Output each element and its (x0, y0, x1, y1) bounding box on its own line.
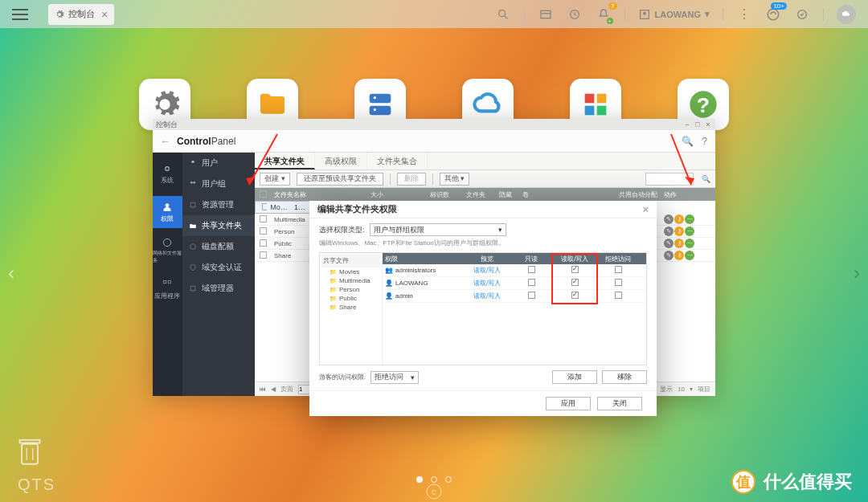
open-tab-control-panel[interactable]: 控制台 × (48, 4, 114, 25)
perm-deny-checkbox[interactable] (615, 279, 622, 286)
search-icon[interactable] (495, 6, 511, 22)
tree-node[interactable]: Multimedia (321, 276, 380, 285)
window-maximize-icon[interactable]: □ (694, 120, 702, 129)
apply-button[interactable]: 应用 (546, 397, 591, 410)
perm-deny-checkbox[interactable] (615, 292, 622, 299)
edit-icon[interactable]: ✎ (664, 227, 674, 236)
perm-icon[interactable]: ⚷ (674, 251, 684, 260)
subnav-resources[interactable]: 资源管理 (182, 194, 255, 215)
edit-permissions-modal: 编辑共享文件夹权限 × 选择权限类型: 用户与群组权限▾ 编辑Windows、M… (309, 201, 657, 416)
perm-rw-checkbox[interactable] (571, 266, 579, 273)
user-menu[interactable]: LAOWANG ▾ (638, 8, 710, 21)
svg-point-19 (166, 166, 170, 170)
perm-ro-checkbox[interactable] (528, 279, 535, 286)
globe-icon (162, 237, 173, 248)
tab-close-icon[interactable]: × (101, 8, 108, 21)
svg-rect-9 (370, 94, 391, 104)
perm-ro-checkbox[interactable] (528, 266, 535, 273)
add-button[interactable]: 添加 (552, 370, 597, 384)
perm-deny-checkbox[interactable] (615, 266, 622, 273)
modal-close-icon[interactable]: × (642, 203, 649, 215)
perm-icon[interactable]: ⚷ (674, 239, 684, 248)
window-close-icon[interactable]: × (704, 120, 712, 129)
svg-rect-37 (20, 440, 40, 443)
svg-rect-2 (541, 10, 551, 18)
modal-header: 编辑共享文件夹权限 × (309, 201, 657, 218)
main-menu-icon[interactable] (12, 9, 28, 20)
notifications-icon[interactable]: 7+ (596, 6, 612, 22)
perm-ro-checkbox[interactable] (528, 292, 535, 299)
window-minimize-icon[interactable]: − (683, 120, 691, 129)
search-icon[interactable]: 🔍 (702, 175, 710, 183)
desktop-next[interactable]: › (845, 251, 868, 296)
tab-folder-aggregation[interactable]: 文件夹集合 (367, 153, 428, 169)
sidebar-apps[interactable]: 应用程序 (153, 273, 182, 305)
sidebar-network[interactable]: 网络和文件服务 (153, 235, 182, 267)
edit-icon[interactable]: ✎ (664, 251, 674, 260)
subnav-quota[interactable]: 磁盘配额 (182, 236, 255, 257)
restore-button[interactable]: 还原至预设共享文件夹 (297, 173, 383, 186)
more-icon[interactable]: ⋯ (685, 227, 694, 236)
subnav-groups[interactable]: 用户组 (182, 173, 255, 194)
back-icon[interactable]: ← (161, 136, 170, 147)
folder-search-input[interactable] (645, 173, 694, 186)
tree-node[interactable]: Movies (321, 267, 380, 276)
gear-icon (162, 163, 173, 174)
gear-icon (149, 88, 181, 120)
subnav-users[interactable]: 用户 (182, 153, 255, 173)
create-dropdown[interactable]: 创建 ▾ (260, 173, 290, 186)
perm-icon[interactable]: ⚷ (674, 214, 684, 224)
more-icon[interactable]: ⋯ (685, 239, 694, 248)
edit-icon[interactable]: ✎ (664, 214, 674, 224)
guest-access-select[interactable]: 拒绝访问▾ (371, 371, 419, 384)
perm-icon[interactable]: ⚷ (674, 227, 684, 236)
sidebar-system[interactable]: 系统 (153, 157, 182, 190)
toolbar: 创建 ▾ 还原至预设共享文件夹 删除 其他 ▾ 🔍 (255, 170, 715, 188)
brand-logo-icon: 值 (731, 470, 755, 494)
subnav-domain-security[interactable]: 域安全认证 (182, 257, 255, 278)
perm-row[interactable]: 👥 administrators 读取/写入 (383, 264, 646, 277)
trash-icon[interactable] (18, 437, 42, 466)
perm-rw-checkbox[interactable] (571, 292, 579, 299)
tab-advanced-perms[interactable]: 高级权限 (315, 153, 367, 169)
perm-type-select[interactable]: 用户与群组权限▾ (370, 223, 506, 236)
more-icon[interactable]: ⋯ (685, 251, 694, 260)
tasks-icon[interactable] (567, 6, 583, 22)
sync-icon[interactable] (794, 6, 810, 22)
more-icon[interactable]: ⋮ (736, 6, 752, 22)
close-button[interactable]: 关闭 (597, 397, 642, 410)
desktop-prev[interactable]: ‹ (0, 251, 23, 296)
svg-point-7 (768, 9, 779, 20)
chevron-down-icon: ▾ (705, 9, 710, 19)
qboost-icon[interactable]: 10+ (765, 6, 781, 22)
window-titlebar[interactable]: 控制台 − □ × (153, 119, 715, 130)
other-dropdown[interactable]: 其他 ▾ (440, 173, 470, 186)
dashboard-icon[interactable] (538, 6, 554, 22)
header-search-icon[interactable]: 🔍 (682, 136, 694, 147)
edit-icon[interactable]: ✎ (664, 239, 674, 248)
perm-row[interactable]: 👤 admin 读取/写入 (383, 290, 646, 303)
select-all-checkbox[interactable] (260, 190, 267, 198)
tree-node[interactable]: Share (321, 303, 380, 312)
tree-node[interactable]: Person (321, 285, 380, 294)
sidebar-privilege[interactable]: 权限 (153, 196, 182, 228)
storage-icon (364, 88, 396, 120)
cloud-icon[interactable] (837, 5, 856, 24)
tab-shared-folders[interactable]: 共享文件夹 (255, 153, 315, 169)
more-icon[interactable]: ⋯ (685, 214, 694, 224)
svg-rect-14 (597, 94, 607, 104)
page-dot-3[interactable] (445, 476, 452, 483)
page-dot-2[interactable] (431, 476, 437, 483)
header-help-icon[interactable]: ? (702, 136, 707, 147)
svg-rect-10 (370, 106, 391, 116)
perm-row[interactable]: 👤 LAOWANG 读取/写入 (383, 277, 646, 290)
perm-rw-checkbox[interactable] (571, 279, 579, 286)
tree-node[interactable]: Public (321, 294, 380, 303)
remove-button[interactable]: 移除 (602, 370, 647, 384)
svg-point-20 (166, 203, 170, 207)
perm-type-label: 选择权限类型: (319, 225, 365, 235)
page-dot-1[interactable] (416, 476, 423, 483)
subnav-domain-controller[interactable]: 域管理器 (182, 278, 255, 299)
delete-button[interactable]: 删除 (397, 173, 426, 186)
subnav-shared-folders[interactable]: 共享文件夹 (182, 215, 255, 236)
